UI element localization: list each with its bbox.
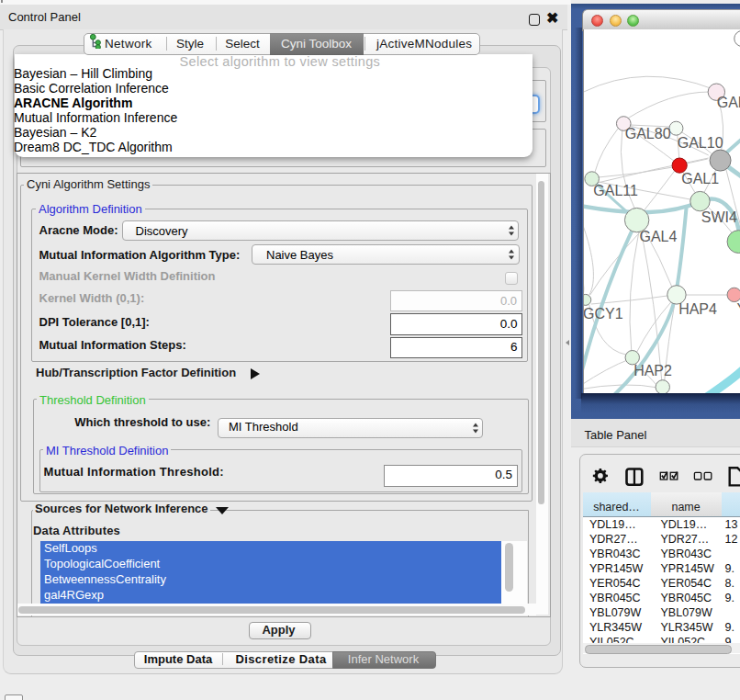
svg-text:SWI4: SWI4 bbox=[701, 209, 736, 225]
svg-text:HAP4: HAP4 bbox=[678, 301, 717, 317]
svg-text:HAP2: HAP2 bbox=[633, 363, 672, 378]
svg-text:GAL11: GAL11 bbox=[593, 183, 638, 198]
svg-text:GAL4: GAL4 bbox=[639, 229, 677, 244]
svg-text:Y: Y bbox=[736, 301, 740, 317]
svg-text:GAL7: GAL7 bbox=[716, 95, 740, 110]
svg-text:GAL80: GAL80 bbox=[624, 126, 670, 141]
svg-text:GAL10: GAL10 bbox=[677, 135, 723, 151]
svg-text:GCY1: GCY1 bbox=[584, 306, 623, 322]
svg-text:GAL1: GAL1 bbox=[681, 171, 719, 186]
